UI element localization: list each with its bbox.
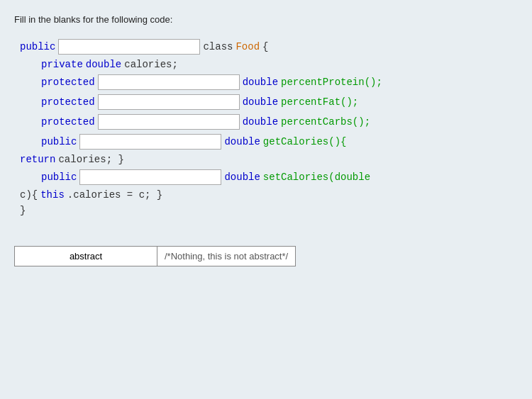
method-get-calories: getCalories(){ (263, 136, 347, 147)
set-calories-assign: .calories = c; } (67, 189, 162, 201)
code-line-7: return calories; } (20, 154, 512, 165)
code-block: public class Food { private double calor… (14, 35, 518, 225)
blank-input-1[interactable] (58, 39, 200, 55)
code-line-3: protected double percentProtein(); (41, 74, 512, 90)
code-line-10: } (20, 205, 512, 216)
blank-input-6[interactable] (79, 169, 221, 185)
method-percent-carbs: percentCarbs(); (281, 116, 370, 128)
keyword-protected-3: protected (41, 116, 95, 128)
keyword-double-2: double (243, 77, 278, 88)
blank-input-5[interactable] (79, 134, 221, 150)
keyword-this: this (40, 189, 65, 201)
code-line-2: private double calories; (41, 59, 512, 70)
instructions-text: Fill in the blanks for the following cod… (14, 14, 518, 25)
code-line-6: public double getCalories(){ (41, 134, 512, 150)
keyword-double-1: double (86, 59, 121, 70)
bottom-blank-input[interactable] (22, 251, 150, 262)
class-name-food: Food (235, 41, 260, 52)
keyword-public-1: public (20, 41, 55, 52)
bottom-input-container (14, 246, 157, 266)
keyword-protected-2: protected (41, 96, 95, 108)
code-line-1: public class Food { (20, 39, 512, 55)
code-line-9: c){ this.calories = c; } (20, 189, 512, 201)
keyword-class: class (203, 41, 233, 52)
keyword-public-3: public (41, 172, 77, 183)
return-calories: calories; } (58, 154, 123, 165)
code-line-5: protected double percentCarbs(); (41, 114, 512, 130)
blank-input-2[interactable] (98, 74, 240, 90)
keyword-public-2: public (41, 136, 77, 147)
set-calories-body: c){ (20, 189, 38, 201)
bottom-comment-text: /*Nothing, this is not abstract*/ (157, 246, 296, 266)
keyword-double-6: double (224, 172, 260, 183)
keyword-double-4: double (243, 116, 278, 128)
bottom-section: /*Nothing, this is not abstract*/ (14, 246, 518, 266)
keyword-private: private (41, 59, 83, 70)
keyword-double-3: double (243, 96, 278, 108)
keyword-return: return (20, 154, 55, 165)
close-brace-class: } (20, 205, 26, 216)
keyword-double-5: double (224, 136, 260, 147)
method-percent-fat: percentFat(); (281, 96, 358, 108)
blank-input-4[interactable] (98, 114, 240, 130)
code-line-8: public double setCalories(double (41, 169, 512, 185)
keyword-protected-1: protected (41, 77, 95, 88)
blank-input-3[interactable] (98, 94, 240, 110)
method-set-calories: setCalories(double (263, 172, 370, 183)
method-percent-protein: percentProtein(); (281, 77, 382, 88)
open-brace-1: { (262, 41, 268, 52)
var-calories: calories; (124, 59, 178, 70)
code-line-4: protected double percentFat(); (41, 94, 512, 110)
